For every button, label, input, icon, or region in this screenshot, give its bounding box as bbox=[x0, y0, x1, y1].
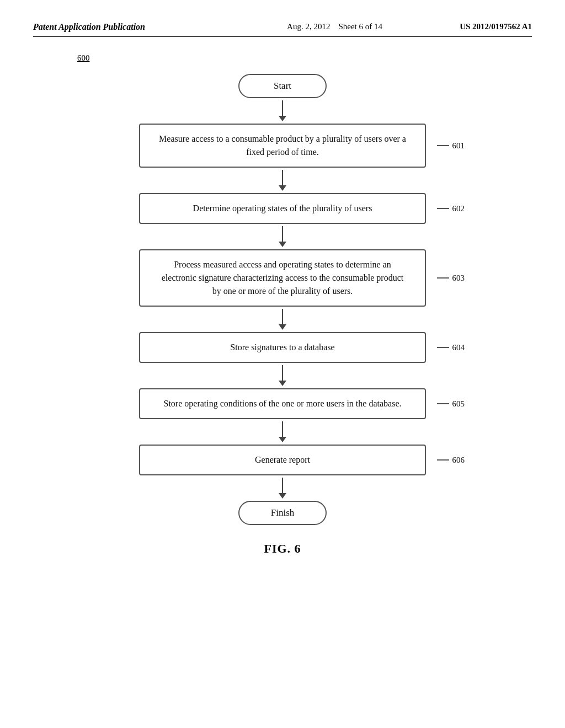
step-602-label: 602 bbox=[437, 204, 465, 213]
arrow-5 bbox=[279, 365, 286, 386]
header-publication-label: Patent Application Publication bbox=[33, 22, 210, 32]
diagram-title: 600 bbox=[77, 53, 90, 63]
start-node: Start bbox=[238, 74, 327, 98]
finish-row: Finish bbox=[89, 501, 476, 525]
step-605-row: Store operating conditions of the one or… bbox=[89, 388, 476, 419]
header-sheet: Sheet 6 of 14 bbox=[338, 22, 382, 31]
arrow-head-4 bbox=[279, 324, 286, 330]
arrow-7 bbox=[279, 478, 286, 499]
figure-caption: FIG. 6 bbox=[264, 542, 301, 556]
arrow-2 bbox=[279, 170, 286, 191]
diagram: 600 Start Measure access to a consumable… bbox=[33, 53, 532, 556]
arrow-head-5 bbox=[279, 381, 286, 386]
start-row: Start bbox=[89, 74, 476, 98]
step-606-node: Generate report bbox=[139, 445, 426, 475]
flow-wrapper: Start Measure access to a consumable pro… bbox=[89, 74, 476, 525]
step-606-label: 606 bbox=[437, 456, 465, 465]
arrow-head-3 bbox=[279, 242, 286, 247]
arrow-head-1 bbox=[279, 116, 286, 121]
step-606-row: Generate report 606 bbox=[89, 445, 476, 475]
arrow-line-6 bbox=[282, 421, 283, 437]
step-604-label: 604 bbox=[437, 343, 465, 352]
arrow-head-2 bbox=[279, 185, 286, 191]
step-603-label: 603 bbox=[437, 274, 465, 283]
step-601-node: Measure access to a consumable product b… bbox=[139, 124, 426, 168]
arrow-line-1 bbox=[282, 100, 283, 116]
arrow-line-3 bbox=[282, 226, 283, 242]
arrow-line-7 bbox=[282, 478, 283, 493]
step-604-node: Store signatures to a database bbox=[139, 332, 426, 363]
arrow-line-5 bbox=[282, 365, 283, 381]
arrow-head-6 bbox=[279, 437, 286, 442]
arrow-4 bbox=[279, 309, 286, 330]
arrow-line-2 bbox=[282, 170, 283, 185]
header-patent-number: US 2012/0197562 A1 bbox=[460, 22, 532, 31]
header-date: Aug. 2, 2012 bbox=[287, 22, 330, 31]
step-604-row: Store signatures to a database 604 bbox=[89, 332, 476, 363]
step-605-node: Store operating conditions of the one or… bbox=[139, 388, 426, 419]
step-605-label: 605 bbox=[437, 399, 465, 409]
arrow-6 bbox=[279, 421, 286, 442]
arrow-head-7 bbox=[279, 493, 286, 499]
finish-node: Finish bbox=[238, 501, 327, 525]
step-601-label: 601 bbox=[437, 141, 465, 151]
header-date-sheet: Aug. 2, 2012 Sheet 6 of 14 bbox=[287, 22, 382, 31]
arrow-1 bbox=[279, 100, 286, 121]
step-602-node: Determine operating states of the plural… bbox=[139, 193, 426, 224]
arrow-line-4 bbox=[282, 309, 283, 324]
step-601-row: Measure access to a consumable product b… bbox=[89, 124, 476, 168]
page: Patent Application Publication Aug. 2, 2… bbox=[0, 0, 565, 728]
step-603-row: Process measured access and operating st… bbox=[89, 249, 476, 307]
step-603-node: Process measured access and operating st… bbox=[139, 249, 426, 307]
header: Patent Application Publication Aug. 2, 2… bbox=[33, 22, 532, 37]
arrow-3 bbox=[279, 226, 286, 247]
step-602-row: Determine operating states of the plural… bbox=[89, 193, 476, 224]
